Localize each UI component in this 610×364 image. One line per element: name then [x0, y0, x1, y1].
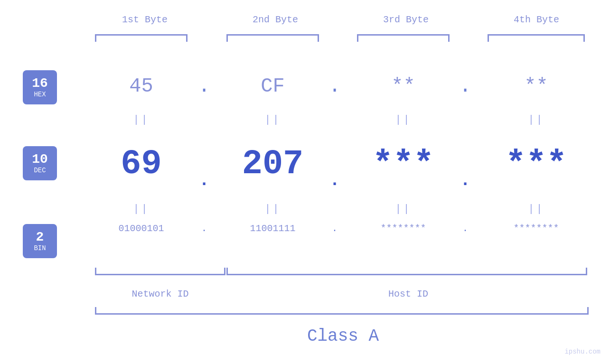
bin-badge: 2 BIN — [23, 224, 57, 258]
dbl-bar-dec-bin-4: || — [488, 203, 585, 215]
dec-badge-num: 10 — [32, 152, 48, 167]
col2-header: 2nd Byte — [228, 14, 323, 25]
bracket-bottom-class — [95, 313, 589, 315]
bracket-top-col4 — [488, 34, 585, 36]
col3-header: 3rd Byte — [358, 14, 453, 25]
bin-b1: 01000101 — [95, 223, 188, 234]
hex-b1: 45 — [95, 75, 188, 98]
hex-badge-label: HEX — [34, 91, 46, 98]
dec-dot3: . — [451, 171, 479, 190]
network-id-label: Network ID — [95, 289, 225, 299]
dec-b4: *** — [488, 145, 585, 184]
hex-badge: 16 HEX — [23, 70, 57, 104]
bin-dot2: . — [320, 223, 349, 234]
hex-b4: ** — [488, 75, 585, 98]
watermark: ipshu.com — [564, 348, 601, 355]
dec-b2: 207 — [226, 145, 319, 184]
hex-b3: ** — [357, 75, 450, 98]
main-container: 16 HEX 10 DEC 2 BIN 1st Byte 2nd Byte 3r… — [0, 0, 610, 364]
hex-dot3: . — [451, 75, 479, 98]
bin-b4: ******** — [488, 223, 585, 234]
host-id-label: Host ID — [225, 289, 591, 299]
hex-badge-num: 16 — [32, 76, 48, 91]
hex-dot2: . — [320, 75, 349, 98]
bin-b3: ******** — [357, 223, 450, 234]
dbl-bar-hex-dec-2: || — [226, 114, 319, 126]
dec-b3: *** — [357, 145, 450, 184]
dec-badge: 10 DEC — [23, 146, 57, 180]
dec-dot2: . — [320, 171, 349, 190]
bracket-top-col1 — [95, 34, 188, 36]
dbl-bar-hex-dec-1: || — [95, 114, 188, 126]
dec-dot1: . — [190, 171, 218, 190]
bracket-bottom-network — [95, 274, 225, 275]
dbl-bar-hex-dec-3: || — [357, 114, 450, 126]
dbl-bar-hex-dec-4: || — [488, 114, 585, 126]
hex-b2: CF — [226, 75, 319, 98]
dbl-bar-dec-bin-3: || — [357, 203, 450, 215]
bracket-bottom-host — [226, 274, 587, 275]
bin-badge-num: 2 — [36, 230, 44, 245]
dec-badge-label: DEC — [34, 167, 46, 174]
bin-badge-label: BIN — [34, 244, 46, 252]
bin-dot3: . — [451, 223, 479, 234]
bracket-top-col3 — [357, 34, 450, 36]
hex-dot1: . — [190, 75, 218, 98]
dec-b1: 69 — [95, 145, 188, 184]
col1-header: 1st Byte — [97, 14, 192, 25]
bracket-top-col2 — [226, 34, 319, 36]
class-label: Class A — [95, 327, 591, 346]
col4-header: 4th Byte — [489, 14, 584, 25]
dbl-bar-dec-bin-2: || — [226, 203, 319, 215]
bin-b2: 11001111 — [226, 223, 319, 234]
bin-dot1: . — [190, 223, 218, 234]
dbl-bar-dec-bin-1: || — [95, 203, 188, 215]
